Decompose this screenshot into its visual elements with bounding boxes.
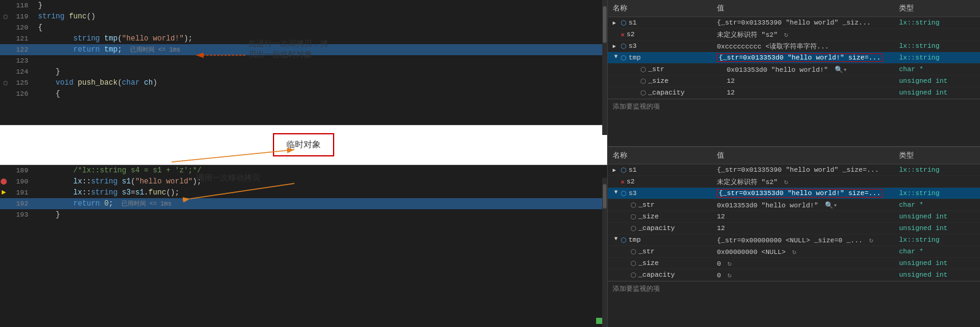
breakpoint-190 (1, 179, 7, 185)
line-content-122: return tmp; 已用时间 <= 1ms (33, 45, 607, 54)
debug-type-s3-top: lx::string (894, 42, 980, 50)
line-num-125: 125 (9, 79, 33, 87)
debug-row-size-top[interactable]: ▶ ⬡ _size 12 unsigned int (608, 75, 980, 87)
var-label-s3-top: s3 (629, 42, 637, 50)
debug-row-s2[interactable]: ▶ ✕ s2 未定义标识符 "s2" ↻ (608, 29, 980, 40)
code-line-119: ▢ 119 string func() (0, 11, 607, 22)
debug-type-tmp: lx::string (894, 53, 980, 62)
code-bottom: 189 /*lx::string s4 = s1 + 'z';*/ 190 lx… (0, 165, 607, 327)
debug-name-str-b: ▶ ⬡ _str (608, 201, 712, 210)
code-line-192: 192 return 0; 已用时间 <= 1ms (0, 198, 607, 209)
debug-row-str-b[interactable]: ▶ ⬡ _str 0x013353d0 "hello world!" 🔍▾ ch… (608, 199, 980, 211)
refresh-size-tmp[interactable]: ↻ (727, 260, 732, 267)
scrollbar-bottom[interactable] (602, 178, 607, 327)
debug-name-cap-tmp: ▶ ⬡ _capacity (608, 271, 712, 280)
var-icon-s1b: ⬡ (621, 166, 627, 174)
expand-s1b[interactable]: ▶ (613, 167, 619, 174)
var-label-s2: s2 (627, 31, 635, 38)
debug-row-size-tmp[interactable]: ▶ ⬡ _size 0 ↻ unsigned int (608, 258, 980, 269)
debug-row-tmp[interactable]: ▶ ⬡ tmp {_str=0x013353d0 "hello world!" … (608, 52, 980, 64)
expand-tmpb[interactable]: ▶ (613, 237, 619, 243)
debug-row-tmpb[interactable]: ▶ ⬡ tmp {_str=0x00000000 <NULL> _size=0 … (608, 234, 980, 246)
error-icon-s2: ✕ (621, 31, 625, 39)
refresh-tmpb[interactable]: ↻ (869, 237, 873, 244)
code-line-121: 121 string tmp("hello world!"); (0, 33, 607, 44)
var-label-size-top: _size (648, 77, 668, 85)
add-watch-top[interactable]: 添加要监视的项 (608, 99, 980, 113)
expand-125[interactable]: ▢ (4, 79, 7, 87)
debug-value-size-top: 12 (722, 77, 894, 85)
debug-row-s3b[interactable]: ▶ ⬡ s3 {_str=0x013353d0 "hello world!" s… (608, 188, 980, 199)
magnify-icon-b[interactable]: 🔍▾ (825, 202, 838, 209)
var-icon-str-tmp: ⬡ (630, 248, 637, 256)
var-label-str-top: _str (648, 66, 664, 73)
debug-value-s3-top: 0xccccccccc <读取字符串字符... (712, 41, 894, 52)
debug-row-cap-tmp[interactable]: ▶ ⬡ _capacity 0 ↻ unsigned int (608, 269, 980, 281)
line-num-126: 126 (9, 90, 33, 98)
line-num-121: 121 (9, 35, 33, 42)
var-label-s3b: s3 (629, 190, 637, 197)
expand-s3b[interactable]: ▶ (613, 190, 619, 196)
var-icon-str-top: ⬡ (640, 66, 646, 74)
green-status-dot (596, 318, 602, 324)
debug-type-size-tmp: unsigned int (894, 259, 980, 267)
var-icon-str-b: ⬡ (630, 201, 637, 209)
debug-value-size-b: 12 (712, 212, 894, 221)
debug-row-str-tmp[interactable]: ▶ ⬡ _str 0x00000000 <NULL> ↻ char * (608, 246, 980, 258)
debug-row-s1[interactable]: ▶ ⬡ s1 {_str=0x01335390 "hello world" _s… (608, 17, 980, 29)
debug-row-size-b[interactable]: ▶ ⬡ _size 12 unsigned int (608, 211, 980, 223)
expand-119[interactable]: ▢ (4, 13, 7, 20)
refresh-s2b[interactable]: ↻ (784, 179, 789, 186)
line-indicator-125: ▢ (0, 79, 9, 87)
line-content-193: } (33, 210, 607, 219)
add-watch-bottom[interactable]: 添加要监视的项 (608, 281, 980, 296)
debug-value-str-b: 0x013353d0 "hello world!" 🔍▾ (712, 201, 894, 210)
debug-name-s3b: ▶ ⬡ s3 (608, 189, 712, 198)
line-content-192: return 0; 已用时间 <= 1ms (33, 199, 607, 208)
tmp-value-highlight: {_str=0x013353d0 "hello world!" size=... (717, 53, 882, 62)
debug-type-s2b (894, 181, 980, 182)
line-content-126: { (33, 90, 607, 98)
debug-name-cap-top: ▶ ⬡ _capacity (618, 88, 722, 98)
debug-name-cap-b: ▶ ⬡ _capacity (608, 224, 712, 233)
expand-s3-top[interactable]: ▶ (613, 43, 619, 50)
debug-row-s2b[interactable]: ▶ ✕ s2 未定义标识符 "s2" ↻ (608, 176, 980, 188)
debug-value-cap-top: 12 (722, 88, 894, 97)
debug-row-str-top[interactable]: ▶ ⬡ _str 0x013353d0 "hello world!" 🔍▾ ch… (608, 64, 980, 75)
var-icon-s3-top: ⬡ (621, 42, 627, 50)
refresh-cap-tmp[interactable]: ↻ (727, 272, 732, 279)
refresh-str-tmp[interactable]: ↻ (792, 248, 797, 256)
var-label-str-b: _str (638, 201, 654, 209)
line-num-189: 189 (9, 167, 33, 174)
debug-name-tmpb: ▶ ⬡ tmp (608, 236, 712, 245)
var-icon-cap-b: ⬡ (630, 225, 637, 233)
debug-type-tmpb: lx::string (894, 236, 980, 244)
var-label-s2b: s2 (627, 178, 635, 185)
debug-row-s1b[interactable]: ▶ ⬡ s1 {_str=0x01335390 "hello world" _s… (608, 164, 980, 176)
debug-value-s2b: 未定义标识符 "s2" ↻ (712, 177, 894, 187)
debug-value-s1b: {_str=0x01335390 "hello world" _size=... (712, 166, 894, 174)
line-content-190: lx::string s1("hello world"); (33, 177, 607, 186)
refresh-s2[interactable]: ↻ (784, 31, 789, 39)
var-label-size-b: _size (638, 213, 659, 220)
line-num-118: 118 (9, 2, 33, 9)
scrollbar-top[interactable] (602, 0, 607, 135)
line-num-190: 190 (9, 178, 33, 185)
var-icon-tmpb: ⬡ (621, 236, 627, 244)
debug-name-s2: ▶ ✕ s2 (608, 30, 712, 39)
magnify-icon[interactable]: 🔍▾ (835, 66, 848, 74)
code-line-191: ► 191 lx::string s3=s1.func(); (0, 187, 607, 198)
debug-type-cap-b: unsigned int (894, 224, 980, 233)
debug-top: 名称 值 类型 ▶ ⬡ s1 {_str=0x01335390 "hello w… (608, 0, 980, 147)
debug-type-str-top: char * (894, 65, 980, 74)
expand-s1[interactable]: ▶ (613, 20, 619, 26)
s3b-value-highlight: {_str=0x013353d0 "hello world!" size=... (717, 189, 882, 198)
orange-arrow (0, 125, 429, 168)
debug-row-s3-top[interactable]: ▶ ⬡ s3 0xccccccccc <读取字符串字符... lx::strin… (608, 40, 980, 52)
debug-row-cap-top[interactable]: ▶ ⬡ _capacity 12 unsigned int (608, 87, 980, 99)
debug-name-s1: ▶ ⬡ s1 (608, 18, 712, 28)
var-icon-s1: ⬡ (621, 19, 627, 27)
expand-tmp[interactable]: ▶ (613, 55, 619, 61)
debug-row-cap-b[interactable]: ▶ ⬡ _capacity 12 unsigned int (608, 223, 980, 234)
scrollbar-thumb-top (603, 6, 607, 43)
